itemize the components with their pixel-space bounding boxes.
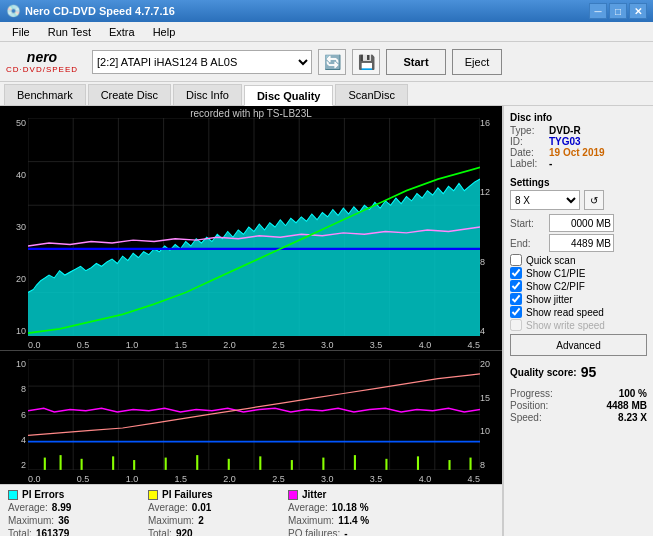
y-bot-left-2: 2: [0, 460, 28, 470]
y-left-10: 10: [0, 326, 28, 336]
refresh-icon-button[interactable]: 🔄: [318, 49, 346, 75]
chart-title: recorded with hp TS-LB23L: [190, 108, 312, 119]
y-left-40: 40: [0, 170, 28, 180]
start-input[interactable]: [549, 214, 614, 232]
pi-errors-total-row: Total: 161379: [8, 528, 128, 536]
close-button[interactable]: ✕: [629, 3, 647, 19]
y-right-16: 16: [480, 118, 502, 128]
speed-refresh-button[interactable]: ↺: [584, 190, 604, 210]
quick-scan-checkbox[interactable]: [510, 254, 522, 266]
show-write-speed-checkbox[interactable]: [510, 319, 522, 331]
tab-scan-disc[interactable]: ScanDisc: [335, 84, 407, 105]
legend-pi-errors-title: PI Errors: [8, 489, 128, 500]
y-bot-left-10: 10: [0, 359, 28, 369]
tab-disc-quality[interactable]: Disc Quality: [244, 85, 334, 106]
svg-rect-40: [165, 458, 167, 470]
svg-rect-42: [228, 459, 230, 470]
chart-area: recorded with hp TS-LB23L 50 40 30 20 10…: [0, 106, 503, 536]
y-bot-left-4: 4: [0, 435, 28, 445]
disc-label-row: Label: -: [510, 158, 647, 169]
speed-select[interactable]: 8 X: [510, 190, 580, 210]
eject-button[interactable]: Eject: [452, 49, 502, 75]
svg-rect-45: [322, 458, 324, 470]
progress-row: Progress: 100 %: [510, 388, 647, 399]
legend-jitter-title: Jitter: [288, 489, 408, 500]
x-top-40: 4.0: [419, 340, 432, 350]
chart-top-svg: [28, 118, 480, 336]
show-c1-checkbox[interactable]: [510, 267, 522, 279]
tab-create-disc[interactable]: Create Disc: [88, 84, 171, 105]
jitter-color: [288, 490, 298, 500]
chart-bottom-svg: [28, 359, 480, 470]
legend-pi-failures-title: PI Failures: [148, 489, 268, 500]
advanced-button[interactable]: Advanced: [510, 334, 647, 356]
right-panel: Disc info Type: DVD-R ID: TYG03 Date: 19…: [503, 106, 653, 536]
pi-errors-avg-row: Average: 8.99: [8, 502, 128, 513]
progress-section: Progress: 100 % Position: 4488 MB Speed:…: [510, 388, 647, 424]
end-input[interactable]: [549, 234, 614, 252]
show-read-speed-checkbox[interactable]: [510, 306, 522, 318]
drive-select[interactable]: [2:2] ATAPI iHAS124 B AL0S: [92, 50, 312, 74]
show-write-speed-row: Show write speed: [510, 319, 647, 331]
start-button[interactable]: Start: [386, 49, 446, 75]
legend-area: PI Errors Average: 8.99 Maximum: 36 Tota…: [0, 484, 502, 536]
x-bot-10: 1.0: [126, 474, 139, 484]
menu-file[interactable]: File: [4, 24, 38, 40]
x-bot-25: 2.5: [272, 474, 285, 484]
y-left-50: 50: [0, 118, 28, 128]
svg-rect-41: [196, 455, 198, 470]
disc-info-section: Disc info Type: DVD-R ID: TYG03 Date: 19…: [510, 112, 647, 169]
x-bot-40: 4.0: [419, 474, 432, 484]
y-left-30: 30: [0, 222, 28, 232]
svg-rect-44: [291, 460, 293, 470]
y-right-4: 4: [480, 326, 502, 336]
svg-rect-38: [112, 456, 114, 470]
legend-jitter: Jitter Average: 10.18 % Maximum: 11.4 % …: [288, 489, 408, 532]
logo-sub: CD·DVD/SPEED: [6, 65, 78, 74]
x-top-35: 3.5: [370, 340, 383, 350]
disc-id-row: ID: TYG03: [510, 136, 647, 147]
svg-rect-35: [44, 458, 46, 470]
show-jitter-checkbox[interactable]: [510, 293, 522, 305]
svg-rect-36: [60, 455, 62, 470]
x-top-0: 0.0: [28, 340, 41, 350]
x-bot-30: 3.0: [321, 474, 334, 484]
position-row: Position: 4488 MB: [510, 400, 647, 411]
svg-rect-43: [259, 456, 261, 470]
show-c1-row: Show C1/PIE: [510, 267, 647, 279]
x-bot-05: 0.5: [77, 474, 90, 484]
show-jitter-row: Show jitter: [510, 293, 647, 305]
tab-disc-info[interactable]: Disc Info: [173, 84, 242, 105]
x-top-15: 1.5: [174, 340, 187, 350]
pi-failures-max-row: Maximum: 2: [148, 515, 268, 526]
minimize-button[interactable]: ─: [589, 3, 607, 19]
maximize-button[interactable]: □: [609, 3, 627, 19]
pi-errors-color: [8, 490, 18, 500]
end-mb-row: End:: [510, 234, 647, 252]
menu-extra[interactable]: Extra: [101, 24, 143, 40]
toolbar: nero CD·DVD/SPEED [2:2] ATAPI iHAS124 B …: [0, 42, 653, 82]
y-bot-right-8: 8: [480, 460, 502, 470]
svg-rect-37: [81, 459, 83, 470]
quality-score-row: Quality score: 95: [510, 364, 647, 380]
tab-benchmark[interactable]: Benchmark: [4, 84, 86, 105]
chart-bottom: 10 8 6 4 2 20 15 10 8: [0, 351, 502, 484]
y-left-20: 20: [0, 274, 28, 284]
disc-type-row: Type: DVD-R: [510, 125, 647, 136]
settings-section: Settings 8 X ↺ Start: End: Quick scan: [510, 177, 647, 356]
y-bot-right-10: 10: [480, 426, 502, 436]
x-top-20: 2.0: [223, 340, 236, 350]
pi-failures-color: [148, 490, 158, 500]
x-bot-45: 4.5: [467, 474, 480, 484]
svg-rect-46: [354, 455, 356, 470]
legend-pi-errors: PI Errors Average: 8.99 Maximum: 36 Tota…: [8, 489, 128, 532]
tab-bar: Benchmark Create Disc Disc Info Disc Qua…: [0, 82, 653, 106]
show-c2-checkbox[interactable]: [510, 280, 522, 292]
show-c2-row: Show C2/PIF: [510, 280, 647, 292]
app-icon: 💿: [6, 4, 21, 18]
logo: nero CD·DVD/SPEED: [6, 49, 78, 74]
menu-help[interactable]: Help: [145, 24, 184, 40]
pi-failures-total-row: Total: 920: [148, 528, 268, 536]
save-icon-button[interactable]: 💾: [352, 49, 380, 75]
menu-run-test[interactable]: Run Test: [40, 24, 99, 40]
